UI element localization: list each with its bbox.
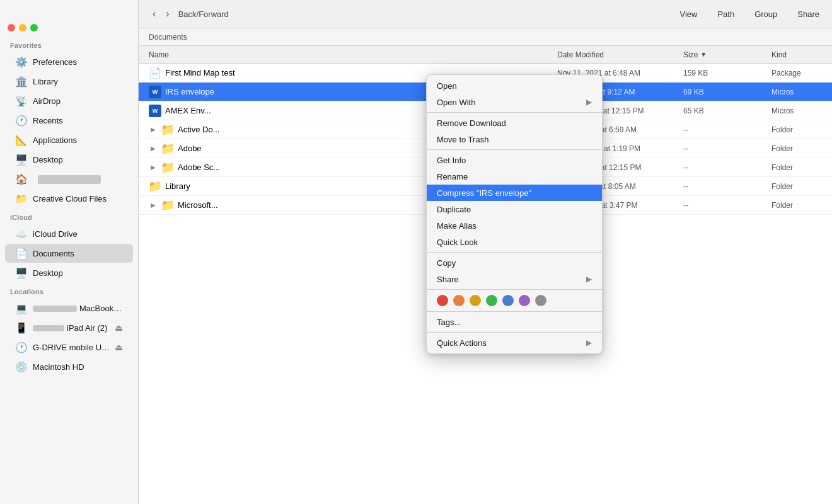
toolbar-actions: View Path Group Share [677, 8, 822, 20]
ctx-get-info[interactable]: Get Info [427, 152, 602, 168]
file-kind: Micros [771, 88, 822, 96]
sidebar-item-gdrive[interactable]: 🕐 G-DRIVE mobile USB-C ⏏ [5, 338, 133, 357]
tag-orange[interactable] [453, 295, 465, 306]
share-button[interactable]: Share [795, 8, 822, 20]
sidebar-item-recents[interactable]: 🕐 Recents [5, 111, 133, 130]
context-menu: Open Open With ▶ Remove Download Move to… [426, 74, 603, 354]
back-forward-label: Back/Forward [178, 9, 229, 19]
folder-icon: 📁 [161, 199, 174, 212]
tag-blue[interactable] [502, 295, 514, 306]
file-name: Microsoft... [178, 200, 218, 210]
back-button[interactable]: ‹ [149, 6, 159, 22]
sidebar-item-applications[interactable]: 📐 Applications [5, 130, 133, 149]
minimize-button[interactable] [19, 24, 26, 32]
sidebar-item-ipad[interactable]: 📱 iPad Air (2) ⏏ [5, 318, 133, 337]
file-size: -- [683, 144, 771, 153]
ctx-separator [427, 252, 602, 253]
airdrop-icon: 📡 [15, 94, 28, 107]
close-button[interactable] [8, 24, 15, 32]
back-forward-nav: ‹ › Back/Forward [149, 6, 229, 22]
maximize-button[interactable] [30, 24, 38, 32]
ctx-rename[interactable]: Rename [427, 168, 602, 185]
date-header[interactable]: Date Modified [557, 50, 683, 59]
home-icon: 🏠 [15, 173, 28, 185]
eject-gdrive-icon[interactable]: ⏏ [115, 342, 123, 352]
window-controls [0, 19, 138, 37]
ctx-share[interactable]: Share ▶ [427, 271, 602, 287]
ctx-compress[interactable]: Compress "IRS envelope" [427, 185, 602, 201]
sidebar-item-macbook[interactable]: 💻 MacBook Pro (2) [5, 299, 133, 318]
file-name: Active Do... [178, 125, 219, 134]
file-icon: W [149, 105, 161, 117]
ctx-quick-actions[interactable]: Quick Actions ▶ [427, 335, 602, 351]
expand-icon[interactable]: ▶ [149, 201, 158, 210]
sidebar-item-preferences[interactable]: ⚙️ Preferences [5, 52, 133, 71]
file-name: AMEX Env... [165, 106, 211, 115]
file-kind: Folder [771, 201, 822, 210]
file-size: -- [683, 182, 771, 191]
view-button[interactable]: View [677, 8, 700, 20]
kind-header[interactable]: Kind [771, 50, 822, 59]
sidebar-item-airdrop[interactable]: 📡 AirDrop [5, 91, 133, 110]
ctx-make-alias[interactable]: Make Alias [427, 217, 602, 234]
file-size: 65 KB [683, 106, 771, 115]
tag-yellow[interactable] [470, 295, 481, 306]
sidebar-item-desktop-fav[interactable]: 🖥️ Desktop [5, 150, 133, 169]
sidebar-item-library[interactable]: 🏛️ Library [5, 72, 133, 91]
file-kind: Folder [771, 163, 822, 172]
documents-icon: 📄 [15, 247, 28, 260]
recents-icon: 🕐 [15, 114, 28, 127]
ctx-remove-download[interactable]: Remove Download [427, 115, 602, 131]
sidebar-item-documents[interactable]: 📄 Documents [5, 244, 133, 263]
ctx-quick-look[interactable]: Quick Look [427, 234, 602, 250]
icloud-section-label: iCloud [0, 209, 138, 224]
expand-icon[interactable]: ▶ [149, 163, 158, 172]
folder-icon: 📁 [161, 123, 174, 136]
file-kind: Folder [771, 182, 822, 191]
sidebar-item-home[interactable]: 🏠 [5, 169, 133, 188]
tag-green[interactable] [486, 295, 497, 306]
file-size: -- [683, 201, 771, 210]
locations-section-label: Locations [0, 283, 138, 298]
ctx-open[interactable]: Open [427, 77, 602, 94]
ctx-move-to-trash[interactable]: Move to Trash [427, 131, 602, 147]
expand-icon[interactable]: ▶ [149, 144, 158, 153]
sidebar-item-label: Desktop [33, 268, 63, 278]
sidebar-item-label: Documents [33, 249, 74, 258]
sidebar-item-label: Creative Cloud Files [33, 194, 107, 203]
tag-gray[interactable] [535, 295, 546, 306]
sort-chevron-icon: ▼ [700, 51, 707, 58]
ctx-separator [427, 289, 602, 290]
eject-icon[interactable]: ⏏ [115, 323, 123, 333]
forward-button[interactable]: › [162, 6, 173, 22]
sidebar-item-icloud-drive[interactable]: ☁️ iCloud Drive [5, 224, 133, 243]
sidebar-item-desktop-icloud[interactable]: 🖥️ Desktop [5, 263, 133, 282]
expand-icon[interactable]: ▶ [149, 125, 158, 134]
path-bar: Documents [139, 28, 832, 46]
tag-red[interactable] [437, 295, 448, 306]
ctx-duplicate[interactable]: Duplicate [427, 201, 602, 217]
tag-purple[interactable] [519, 295, 530, 306]
ctx-open-with[interactable]: Open With ▶ [427, 94, 602, 110]
sidebar-item-label: Applications [33, 135, 77, 145]
folder-icon: 📁 [161, 161, 174, 174]
ctx-tags[interactable]: Tags... [427, 314, 602, 330]
ctx-separator [427, 332, 602, 333]
file-name: Adobe Sc... [178, 163, 220, 172]
path-button[interactable]: Path [715, 8, 737, 20]
sidebar-item-creative-cloud[interactable]: 📁 Creative Cloud Files [5, 189, 133, 208]
group-button[interactable]: Group [752, 8, 780, 20]
name-header[interactable]: Name [149, 50, 557, 59]
size-header[interactable]: Size ▼ [683, 50, 771, 59]
file-size: 159 KB [683, 69, 771, 77]
ctx-separator [427, 149, 602, 150]
creative-cloud-icon: 📁 [15, 192, 28, 205]
submenu-arrow-icon: ▶ [586, 98, 592, 106]
sidebar-item-macintosh-hd[interactable]: 💿 Macintosh HD [5, 357, 133, 376]
gdrive-icon: 🕐 [15, 341, 28, 353]
favorites-section-label: Favorites [0, 37, 138, 52]
ctx-copy[interactable]: Copy [427, 255, 602, 271]
sidebar-item-label: Library [33, 77, 58, 86]
folder-icon: 📁 [149, 180, 161, 193]
folder-icon: 📁 [161, 142, 174, 155]
